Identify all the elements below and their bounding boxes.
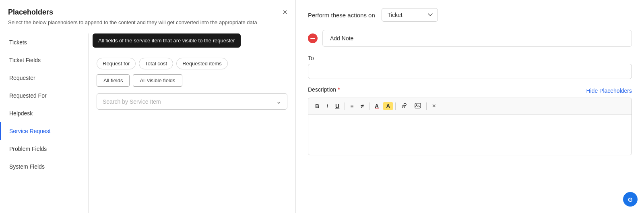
sidebar-item-problem-fields[interactable]: Problem Fields — [0, 140, 88, 158]
panel-body: Tickets Ticket Fields Requester Requeste… — [0, 33, 295, 213]
tag-request-for[interactable]: Request for — [97, 58, 136, 69]
italic-button[interactable]: I — [324, 102, 331, 111]
description-label-row: Description * Hide Placeholders — [308, 86, 632, 95]
toolbar-divider-2 — [369, 102, 369, 110]
perform-actions-label: Perform these actions on — [308, 12, 375, 19]
tag-total-cost[interactable]: Total cost — [139, 58, 173, 69]
panel-subtitle: Select the below placeholders to append … — [8, 19, 287, 26]
description-label: Description * — [308, 86, 340, 93]
hide-placeholders-link[interactable]: Hide Placeholders — [586, 88, 632, 94]
description-section: Description * Hide Placeholders B I U ≡ … — [308, 86, 632, 155]
editor-body[interactable] — [308, 115, 632, 155]
required-marker: * — [336, 86, 340, 93]
tooltip: All fields of the service item that are … — [93, 33, 241, 48]
sidebar-item-service-request[interactable]: Service Request — [0, 122, 88, 140]
to-label: To — [308, 55, 632, 61]
remove-action-button[interactable] — [308, 33, 318, 43]
placeholders-panel: Placeholders Select the below placeholde… — [0, 0, 296, 213]
bold-button[interactable]: B — [312, 102, 322, 111]
add-note-row: Add Note — [308, 30, 632, 47]
underline-button[interactable]: U — [332, 102, 342, 111]
panel-title: Placeholders — [8, 8, 287, 17]
toolbar-divider-3 — [395, 102, 396, 110]
all-fields-button[interactable]: All fields — [97, 74, 130, 87]
highlight-button[interactable]: A — [383, 102, 393, 110]
sidebar-item-requester[interactable]: Requester — [0, 69, 88, 87]
svg-rect-0 — [415, 103, 421, 108]
description-editor: B I U ≡ ≠ A A — [308, 98, 632, 155]
google-assistant-icon[interactable]: G — [623, 192, 638, 207]
unordered-list-button[interactable]: ≡ — [347, 102, 356, 111]
sidebar-item-ticket-fields[interactable]: Ticket Fields — [0, 51, 88, 69]
add-note-label: Add Note — [330, 35, 353, 42]
content-area: All fields of the service item that are … — [89, 33, 295, 213]
fields-row: All fields All visible fields — [97, 74, 287, 87]
tag-requested-items[interactable]: Requested items — [176, 58, 228, 69]
right-panel: Perform these actions on Ticket Requeste… — [296, 0, 644, 213]
tags-row: Request for Total cost Requested items — [97, 58, 287, 69]
link-icon — [401, 103, 407, 108]
to-input[interactable] — [308, 64, 632, 79]
search-service-item-dropdown[interactable]: Search by Service Item ⌄ — [97, 93, 287, 110]
panel-header: Placeholders Select the below placeholde… — [0, 8, 295, 29]
sidebar-item-helpdesk[interactable]: Helpdesk — [0, 104, 88, 122]
font-color-button[interactable]: A — [372, 102, 382, 111]
clear-format-button[interactable]: ✕ — [429, 102, 439, 110]
all-visible-fields-button[interactable]: All visible fields — [133, 74, 182, 87]
link-button[interactable] — [398, 102, 410, 111]
to-section: To — [308, 55, 632, 79]
sidebar-item-requested-for[interactable]: Requested For — [0, 87, 88, 104]
sidebar-item-tickets[interactable]: Tickets — [0, 33, 88, 51]
perform-actions-row: Perform these actions on Ticket Requeste… — [308, 8, 632, 22]
chevron-down-icon: ⌄ — [276, 98, 281, 105]
search-placeholder: Search by Service Item — [103, 98, 161, 105]
close-button[interactable]: × — [283, 8, 287, 16]
sidebar: Tickets Ticket Fields Requester Requeste… — [0, 33, 89, 213]
sidebar-item-system-fields[interactable]: System Fields — [0, 158, 88, 175]
perform-actions-select[interactable]: Ticket Requester Agent — [382, 8, 438, 22]
toolbar-divider-4 — [426, 102, 427, 110]
editor-toolbar: B I U ≡ ≠ A A — [308, 98, 632, 115]
toolbar-divider-1 — [345, 102, 345, 110]
image-icon — [415, 103, 421, 109]
ordered-list-button[interactable]: ≠ — [358, 102, 367, 111]
image-button[interactable] — [412, 101, 424, 111]
add-note-card[interactable]: Add Note — [322, 30, 632, 47]
